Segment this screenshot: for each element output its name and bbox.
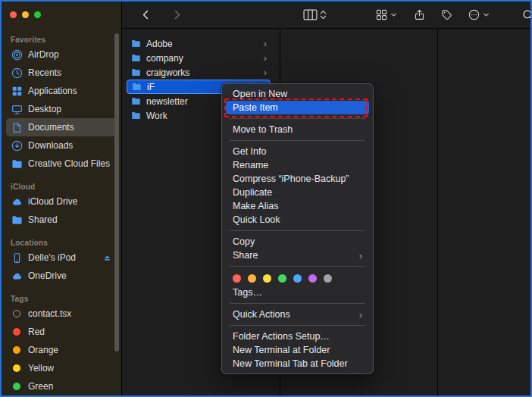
sidebar-item-label: Delle's iPod (28, 252, 76, 263)
tag-color-dot[interactable] (308, 274, 317, 283)
file-row-craigworks[interactable]: craigworks› (127, 65, 271, 80)
context-menu: Open in NewPaste ItemMove to TrashGet In… (221, 83, 374, 374)
sidebar-item-label: Downloads (28, 140, 73, 151)
tag-dot-icon (13, 383, 20, 390)
view-columns-button[interactable] (300, 5, 330, 25)
file-row-company[interactable]: company› (127, 51, 271, 65)
back-button[interactable] (137, 5, 155, 25)
tag-dot-icon (13, 346, 20, 354)
tag-dot-icon (13, 364, 20, 372)
menu-separator (230, 303, 365, 304)
sidebar-item-delle-s-ipod[interactable]: Delle's iPod (6, 249, 117, 267)
menu-item-label: Paste Item (233, 102, 278, 113)
submenu-chevron-icon: › (359, 251, 362, 261)
sidebar-item-downloads[interactable]: Downloads (6, 136, 117, 155)
tag-icon (441, 9, 452, 20)
sidebar-item-desktop[interactable]: Desktop (6, 100, 117, 118)
menu-item-quick-actions[interactable]: Quick Actions› (226, 308, 369, 321)
sidebar-item-label: iCloud Drive (28, 196, 77, 207)
menu-item-quick-look[interactable]: Quick Look (226, 213, 369, 227)
tag-ring-icon (13, 310, 20, 317)
menu-item-duplicate[interactable]: Duplicate (226, 186, 369, 199)
zoom-button[interactable] (34, 11, 41, 18)
sidebar-section: iCloudiCloud DriveShared (2, 180, 121, 229)
sidebar-item-documents[interactable]: Documents (6, 118, 117, 136)
sidebar-item-red[interactable]: Red (6, 323, 117, 341)
tag-color-dot[interactable] (233, 274, 241, 283)
menu-item-open-in-new[interactable]: Open in New (226, 87, 369, 101)
cloud-icon (11, 195, 23, 208)
sidebar-item-orange[interactable]: Orange (6, 341, 117, 359)
sidebar-item-icloud-drive[interactable]: iCloud Drive (6, 192, 117, 211)
menu-item-rename[interactable]: Rename (226, 158, 369, 172)
folder-icon (11, 214, 23, 226)
menu-item-folder-actions-setup[interactable]: Folder Actions Setup… (226, 330, 369, 343)
menu-item-move-to-trash[interactable]: Move to Trash (226, 123, 369, 136)
chevron-right-icon: › (264, 67, 267, 77)
tag-color-dot[interactable] (324, 274, 332, 283)
menu-item-label: Compress “iPhone-Backup” (233, 173, 349, 184)
menu-item-copy[interactable]: Copy (226, 235, 369, 249)
file-name: iF (147, 82, 155, 92)
share-button[interactable] (411, 5, 428, 25)
chevron-right-icon (171, 9, 183, 20)
menu-item-new-terminal-tab-at-folder[interactable]: New Terminal Tab at Folder (226, 357, 369, 370)
sidebar-item-green[interactable]: Green (6, 377, 117, 395)
sidebar-item-onedrive[interactable]: OneDrive (6, 267, 117, 285)
sidebar-item-applications[interactable]: Applications (6, 82, 117, 100)
airdrop-icon (11, 48, 23, 61)
sidebar-item-label: Red (28, 327, 45, 337)
folder-icon (130, 39, 142, 48)
folder-icon (130, 111, 142, 120)
sidebar-item-label: Orange (28, 345, 58, 355)
menu-item-make-alias[interactable]: Make Alias (226, 199, 369, 213)
desktop-icon (11, 103, 23, 115)
menu-item-paste-item[interactable]: Paste Item (226, 101, 369, 114)
folder-icon (130, 53, 142, 63)
file-name: craigworks (146, 67, 189, 78)
sidebar-item-shared[interactable]: Shared (6, 211, 117, 229)
menu-item-label: Folder Actions Setup… (233, 331, 330, 342)
grid-icon (11, 85, 23, 97)
submenu-chevron-icon: › (359, 310, 362, 320)
file-name: Adobe (146, 39, 173, 49)
chevron-down-icon (482, 11, 490, 19)
minimize-button[interactable] (22, 11, 29, 18)
tag-color-dot[interactable] (248, 274, 256, 283)
menu-item-label: Quick Actions (233, 309, 290, 320)
search-button[interactable] (519, 5, 532, 25)
menu-separator (230, 140, 365, 141)
group-button[interactable] (373, 5, 401, 25)
sidebar-item-yellow[interactable]: Yellow (6, 359, 117, 377)
menu-item-share[interactable]: Share› (226, 249, 369, 262)
column-divider (437, 29, 438, 395)
menu-item-new-terminal-at-folder[interactable]: New Terminal at Folder (226, 343, 369, 357)
file-row-adobe[interactable]: Adobe› (127, 36, 271, 51)
download-icon (11, 139, 23, 152)
menu-item-get-info[interactable]: Get Info (226, 145, 369, 158)
tags-button[interactable] (438, 5, 455, 25)
tag-color-dot[interactable] (293, 274, 302, 283)
tag-color-dot[interactable] (278, 274, 286, 283)
sidebar-item-creative-cloud-files[interactable]: Creative Cloud Files (6, 155, 117, 173)
menu-item-label: Open in New (233, 89, 287, 99)
menu-item-label: Move to Trash (233, 124, 293, 135)
sidebar-item-contact-tsx[interactable]: contact.tsx (6, 305, 117, 323)
menu-item-tags[interactable]: Tags… (226, 286, 369, 299)
sidebar-sections: FavoritesAirDropRecentsApplicationsDeskt… (2, 33, 121, 395)
sidebar-scrollbar[interactable] (114, 33, 119, 352)
sidebar-section-title: Tags (2, 292, 121, 305)
more-button[interactable] (465, 5, 493, 25)
ellipsis-circle-icon (468, 9, 480, 20)
menu-separator (230, 230, 365, 231)
tag-color-dot[interactable] (263, 274, 271, 283)
sidebar-item-label: Green (28, 381, 53, 392)
close-button[interactable] (10, 11, 17, 18)
chevron-right-icon: › (264, 53, 267, 63)
sidebar-section-title: Favorites (2, 33, 121, 45)
sidebar-item-airdrop[interactable]: AirDrop (6, 45, 117, 64)
sidebar-item-recents[interactable]: Recents (6, 64, 117, 82)
chevron-down-icon (390, 11, 398, 19)
forward-button[interactable] (168, 5, 186, 25)
menu-item-compress-iphone-backup[interactable]: Compress “iPhone-Backup” (226, 172, 369, 186)
